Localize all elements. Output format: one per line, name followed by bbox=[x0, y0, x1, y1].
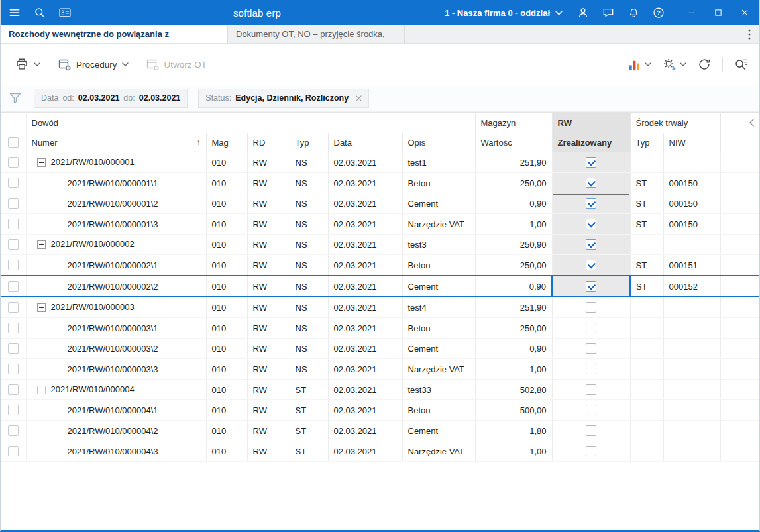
collapse-panel-icon[interactable] bbox=[749, 113, 754, 133]
company-selector[interactable]: 1 - Nasza firma 0 - oddział bbox=[437, 8, 570, 18]
zrealizowany-checkbox[interactable] bbox=[586, 405, 596, 415]
position-row[interactable]: 2021/RW/010/000004\2010RWST02.03.2021Cem… bbox=[1, 421, 759, 441]
global-search-button[interactable] bbox=[27, 0, 52, 25]
row-select-checkbox[interactable] bbox=[8, 260, 19, 270]
filter-button[interactable] bbox=[9, 91, 22, 105]
rd-cell: RW bbox=[247, 193, 290, 214]
chart-view-button[interactable] bbox=[627, 58, 651, 72]
titlebar-separator bbox=[675, 7, 675, 18]
row-select-checkbox[interactable] bbox=[8, 281, 19, 292]
zrealizowany-checkbox[interactable] bbox=[586, 178, 596, 188]
row-select-checkbox[interactable] bbox=[8, 219, 19, 229]
wartosc-cell: 502,80 bbox=[475, 380, 552, 400]
row-select-checkbox[interactable] bbox=[8, 343, 19, 354]
column-header-wartosc[interactable]: Wartość bbox=[475, 133, 552, 152]
menu-button[interactable] bbox=[2, 0, 27, 25]
grid-search-button[interactable] bbox=[733, 57, 749, 72]
zrealizowany-cell bbox=[552, 297, 630, 318]
row-select-checkbox[interactable] bbox=[8, 323, 19, 333]
document-row[interactable]: 2021/RW/010/000001010RWNS02.03.2021test1… bbox=[1, 152, 759, 173]
column-header-data[interactable]: Data bbox=[328, 133, 402, 152]
minimize-button[interactable] bbox=[679, 0, 705, 25]
notifications-button[interactable] bbox=[621, 0, 646, 25]
recent-windows-button[interactable] bbox=[52, 0, 78, 25]
user-button[interactable] bbox=[570, 0, 596, 25]
tab-label-fade bbox=[386, 25, 404, 43]
row-select-checkbox[interactable] bbox=[8, 364, 19, 374]
date-filter-chip[interactable]: Data od: 02.03.2021 do: 02.03.2021 bbox=[34, 89, 188, 108]
position-row[interactable]: 2021/RW/010/000001\3010RWNS02.03.2021Nar… bbox=[1, 214, 759, 235]
column-header-filler bbox=[720, 133, 759, 152]
zrealizowany-checkbox[interactable] bbox=[586, 260, 596, 270]
column-header-st-typ[interactable]: Typ bbox=[630, 133, 663, 152]
column-header-numer[interactable]: Numer↑ bbox=[26, 133, 206, 152]
tab-dokumenty-ot[interactable]: Dokumenty OT, NO – przyjęcie środka, bbox=[228, 25, 405, 43]
document-row[interactable]: 2021/RW/010/000002010RWNS02.03.2021test3… bbox=[1, 235, 759, 255]
column-header-rd[interactable]: RD bbox=[247, 133, 290, 152]
st-typ-cell bbox=[630, 297, 663, 318]
row-select-checkbox[interactable] bbox=[8, 446, 19, 456]
row-select-checkbox[interactable] bbox=[8, 405, 19, 415]
messages-button[interactable] bbox=[596, 0, 621, 25]
document-row[interactable]: 2021/RW/010/000003010RWNS02.03.2021test4… bbox=[1, 297, 759, 318]
zrealizowany-checkbox[interactable] bbox=[586, 323, 596, 333]
procedury-button[interactable]: Procedury bbox=[52, 52, 135, 77]
position-row[interactable]: 2021/RW/010/000004\3010RWST02.03.2021Nar… bbox=[1, 441, 759, 462]
close-button[interactable] bbox=[732, 0, 758, 25]
column-header-row: Numer↑ Mag RD Typ Data Opis Wartość Zrea… bbox=[1, 133, 759, 152]
collapse-icon[interactable] bbox=[37, 303, 46, 312]
column-header-opis[interactable]: Opis bbox=[402, 133, 475, 152]
position-row[interactable]: 2021/RW/010/000003\1010RWNS02.03.2021Bet… bbox=[1, 318, 759, 339]
zrealizowany-checkbox[interactable] bbox=[586, 239, 596, 250]
zrealizowany-checkbox[interactable] bbox=[586, 281, 596, 292]
position-row[interactable]: 2021/RW/010/000003\3010RWNS02.03.2021Nar… bbox=[1, 359, 759, 380]
position-row[interactable]: 2021/RW/010/000001\2010RWNS02.03.2021Cem… bbox=[1, 193, 759, 214]
position-row[interactable]: 2021/RW/010/000002\1010RWNS02.03.2021Bet… bbox=[1, 255, 759, 276]
position-row[interactable]: 2021/RW/010/000003\2010RWNS02.03.2021Cem… bbox=[1, 339, 759, 359]
row-select-checkbox[interactable] bbox=[8, 384, 19, 395]
row-select-checkbox[interactable] bbox=[8, 198, 19, 209]
position-row[interactable]: 2021/RW/010/000002\2010RWNS02.03.2021Cem… bbox=[1, 276, 759, 297]
utworz-ot-button[interactable]: Utwórz OT bbox=[140, 52, 213, 77]
print-button[interactable] bbox=[9, 52, 46, 77]
row-select-checkbox[interactable] bbox=[8, 425, 19, 436]
document-row[interactable]: 2021/RW/010/000004010RWST02.03.2021test3… bbox=[1, 380, 759, 400]
zrealizowany-cell bbox=[552, 380, 630, 400]
remove-status-filter-button[interactable] bbox=[356, 95, 362, 101]
tab-overflow-button[interactable] bbox=[739, 25, 759, 43]
mag-cell: 010 bbox=[206, 276, 247, 297]
row-select-checkbox[interactable] bbox=[8, 239, 19, 250]
row-select-checkbox[interactable] bbox=[8, 178, 19, 188]
expand-icon[interactable] bbox=[37, 386, 46, 394]
row-filler bbox=[720, 339, 759, 359]
position-row[interactable]: 2021/RW/010/000001\1010RWNS02.03.2021Bet… bbox=[1, 173, 759, 193]
niw-cell: 000150 bbox=[663, 193, 720, 214]
refresh-button[interactable] bbox=[697, 57, 712, 72]
row-select-checkbox[interactable] bbox=[8, 302, 19, 313]
position-row[interactable]: 2021/RW/010/000004\1010RWST02.03.2021Bet… bbox=[1, 400, 759, 421]
grid-settings-button[interactable] bbox=[662, 57, 686, 72]
select-all-checkbox[interactable] bbox=[8, 137, 19, 148]
help-button[interactable]: ? bbox=[646, 0, 671, 25]
document-number: 2021/RW/010/000004\1 bbox=[68, 405, 158, 415]
zrealizowany-checkbox[interactable] bbox=[586, 219, 596, 229]
zrealizowany-checkbox[interactable] bbox=[586, 384, 596, 395]
column-header-mag[interactable]: Mag bbox=[206, 133, 247, 152]
status-filter-chip[interactable]: Status: Edycja, Dziennik, Rozliczony bbox=[198, 89, 369, 108]
tab-rozchody-wewnetrzne[interactable]: Rozchody wewnętrzne do powiązania z bbox=[1, 25, 228, 43]
zrealizowany-checkbox[interactable] bbox=[586, 302, 596, 313]
column-header-zrealizowany[interactable]: Zrealizowany bbox=[552, 133, 630, 152]
collapse-icon[interactable] bbox=[37, 158, 46, 167]
maximize-button[interactable] bbox=[705, 0, 732, 25]
zrealizowany-checkbox[interactable] bbox=[586, 425, 596, 436]
zrealizowany-checkbox[interactable] bbox=[586, 157, 596, 168]
zrealizowany-checkbox[interactable] bbox=[586, 198, 596, 209]
typ-cell: NS bbox=[290, 297, 328, 318]
zrealizowany-checkbox[interactable] bbox=[586, 446, 596, 456]
row-select-checkbox[interactable] bbox=[8, 157, 19, 168]
zrealizowany-checkbox[interactable] bbox=[586, 364, 596, 374]
collapse-icon[interactable] bbox=[37, 240, 46, 249]
zrealizowany-checkbox[interactable] bbox=[586, 343, 596, 354]
column-header-niw[interactable]: NIW bbox=[663, 133, 720, 152]
column-header-typ[interactable]: Typ bbox=[290, 133, 328, 152]
